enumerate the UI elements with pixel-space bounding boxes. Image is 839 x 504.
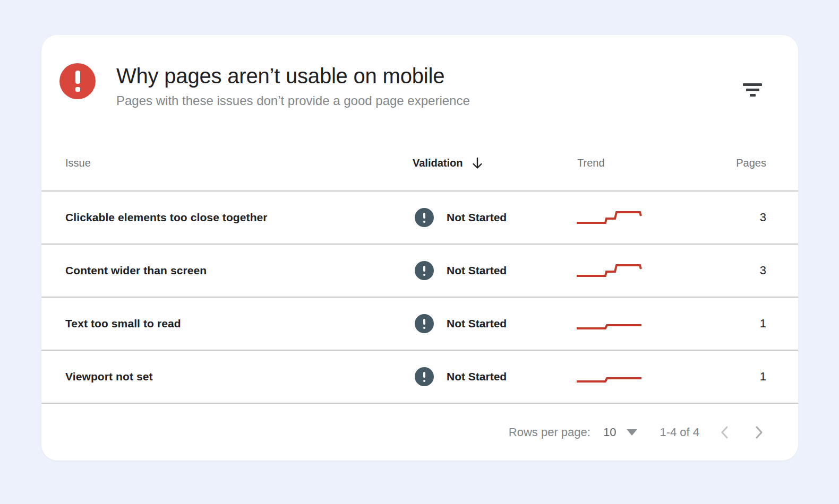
table-row[interactable]: Clickable elements too close together No… (41, 192, 798, 245)
issue-label[interactable]: Text too small to read (65, 317, 413, 330)
pagination-range: 1-4 of 4 (660, 425, 699, 439)
filter-icon[interactable] (741, 78, 764, 101)
validation-cell: Not Started (413, 367, 577, 386)
trend-sparkline (577, 369, 732, 385)
column-header-pages[interactable]: Pages (732, 157, 766, 169)
pages-count: 3 (732, 211, 766, 224)
dropdown-triangle-icon[interactable] (627, 429, 637, 436)
mobile-usability-card: Why pages aren’t usable on mobile Pages … (41, 35, 798, 460)
rows-per-page-select[interactable]: 10 (603, 425, 616, 439)
page-subtitle: Pages with these issues don’t provide a … (116, 93, 741, 108)
validation-status: Not Started (447, 370, 507, 383)
validation-status: Not Started (447, 317, 507, 330)
table-row[interactable]: Viewport not set Not Started 1 (41, 351, 798, 404)
pages-count: 1 (732, 370, 766, 384)
issue-label[interactable]: Clickable elements too close together (65, 211, 413, 224)
table-header-row: Issue Validation Trend Pages (41, 119, 798, 192)
rows-per-page-label: Rows per page: (509, 425, 590, 439)
not-started-icon (415, 208, 434, 227)
next-page-button[interactable] (751, 425, 766, 440)
page-nav (717, 425, 766, 440)
trend-sparkline (577, 263, 732, 279)
issue-label[interactable]: Content wider than screen (65, 264, 413, 277)
trend-sparkline (577, 316, 732, 332)
not-started-icon (415, 261, 434, 280)
pagination-bar: Rows per page: 10 1-4 of 4 (41, 404, 798, 460)
table-row[interactable]: Text too small to read Not Started 1 (41, 298, 798, 351)
validation-status: Not Started (447, 211, 507, 224)
chevron-right-icon (753, 425, 765, 440)
card-header: Why pages aren’t usable on mobile Pages … (41, 35, 798, 119)
validation-cell: Not Started (413, 261, 577, 280)
not-started-icon (415, 314, 434, 333)
column-header-validation[interactable]: Validation (413, 157, 577, 170)
error-status-icon (59, 63, 96, 99)
validation-cell: Not Started (413, 314, 577, 333)
pages-count: 1 (732, 317, 766, 331)
pages-count: 3 (732, 264, 766, 277)
column-header-trend[interactable]: Trend (577, 157, 732, 169)
prev-page-button[interactable] (717, 425, 732, 440)
not-started-icon (415, 367, 434, 386)
chevron-left-icon (719, 425, 731, 440)
issue-label[interactable]: Viewport not set (65, 370, 413, 383)
sort-desc-icon (471, 157, 484, 170)
validation-status: Not Started (447, 264, 507, 277)
page-title: Why pages aren’t usable on mobile (116, 63, 741, 89)
titles: Why pages aren’t usable on mobile Pages … (116, 63, 741, 108)
trend-sparkline (577, 210, 732, 225)
table-row[interactable]: Content wider than screen Not Started 3 (41, 245, 798, 298)
exclamation-dot (75, 87, 80, 92)
column-header-issue[interactable]: Issue (65, 157, 413, 169)
validation-cell: Not Started (413, 208, 577, 227)
exclamation-bar (75, 71, 80, 84)
